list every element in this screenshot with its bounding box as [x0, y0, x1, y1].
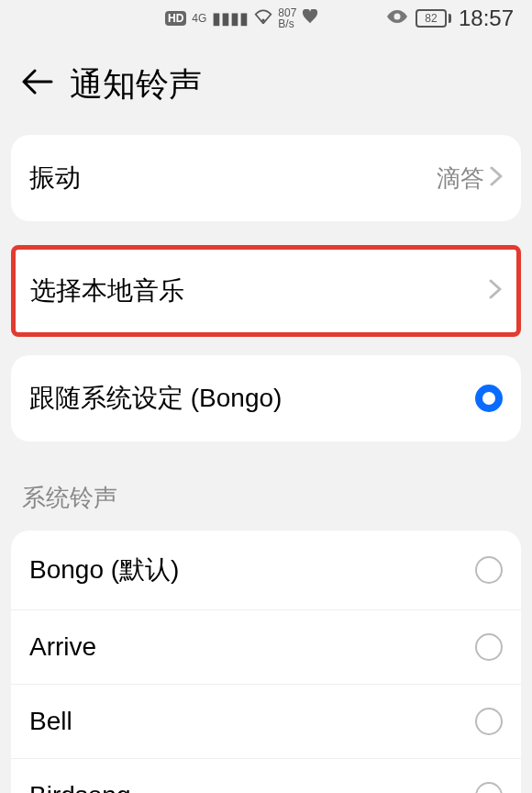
wifi-icon	[254, 9, 272, 28]
svg-point-0	[262, 18, 265, 21]
vibration-label: 振动	[29, 161, 81, 195]
signal-4g-icon: 4G	[192, 12, 206, 25]
clock: 18:57	[459, 6, 514, 31]
hd-icon: HD	[165, 11, 186, 26]
heart-icon	[302, 9, 318, 28]
vibration-value-group: 滴答	[437, 162, 503, 195]
vibration-value: 滴答	[437, 162, 484, 195]
radio-unselected-icon[interactable]	[475, 782, 503, 793]
battery-level: 82	[425, 12, 437, 25]
vibration-card: 振动 滴答	[11, 135, 521, 221]
follow-system-card: 跟随系统设定 (Bongo)	[11, 355, 521, 441]
radio-unselected-icon[interactable]	[475, 708, 503, 735]
radio-unselected-icon[interactable]	[475, 556, 503, 584]
battery-icon: 82	[416, 9, 451, 28]
ringtone-label: Arrive	[29, 632, 96, 662]
ringtone-row-bell[interactable]: Bell	[11, 685, 521, 759]
local-music-label: 选择本地音乐	[30, 274, 184, 308]
status-right: 82 18:57	[386, 6, 514, 31]
chevron-right-icon	[489, 277, 502, 306]
chevron-right-icon	[490, 164, 503, 193]
ringtone-label: Bell	[29, 707, 72, 736]
page-title: 通知铃声	[70, 62, 202, 107]
radio-selected-icon[interactable]	[475, 385, 503, 412]
system-ringtone-section-title: 系统铃声	[0, 471, 532, 531]
eye-icon	[386, 9, 408, 28]
net-speed: 807 B/s	[278, 7, 296, 29]
local-music-card: 选择本地音乐	[11, 245, 521, 337]
system-ringtone-list: Bongo (默认) Arrive Bell Birdsong	[11, 531, 521, 793]
svg-point-1	[393, 13, 400, 19]
vibration-row[interactable]: 振动 滴答	[11, 135, 521, 221]
ringtone-label: Birdsong	[29, 781, 131, 793]
ringtone-row-birdsong[interactable]: Birdsong	[11, 759, 521, 793]
follow-system-row[interactable]: 跟随系统设定 (Bongo)	[11, 355, 521, 441]
ringtone-row-bongo[interactable]: Bongo (默认)	[11, 531, 521, 610]
local-music-row[interactable]: 选择本地音乐	[16, 250, 516, 332]
status-bar: HD 4G ▮▮▮▮ 807 B/s 82 18:57	[0, 0, 532, 37]
radio-unselected-icon[interactable]	[475, 633, 503, 661]
signal-bars-icon: ▮▮▮▮	[212, 8, 249, 28]
ringtone-row-arrive[interactable]: Arrive	[11, 610, 521, 685]
follow-system-label: 跟随系统设定 (Bongo)	[29, 381, 282, 416]
ringtone-label: Bongo (默认)	[29, 553, 179, 587]
page-header: 通知铃声	[0, 37, 532, 135]
back-arrow-icon[interactable]	[22, 69, 53, 101]
status-left: HD 4G ▮▮▮▮ 807 B/s	[165, 7, 318, 29]
